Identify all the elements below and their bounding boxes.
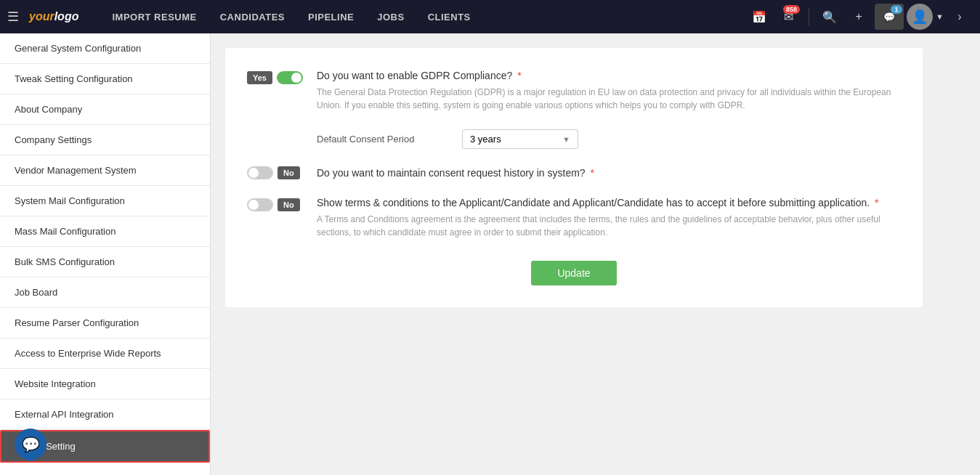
- nav-import-resume[interactable]: IMPORT RESUME: [100, 0, 208, 33]
- update-button[interactable]: Update: [531, 261, 616, 285]
- consent-history-no-label: No: [278, 166, 300, 179]
- mail-icon[interactable]: ✉ 858: [775, 4, 801, 30]
- profile-chevron-icon[interactable]: ▼: [936, 12, 944, 21]
- chat-bubble-button[interactable]: 💬: [15, 429, 46, 460]
- sidebar-item-resume-parser[interactable]: Resume Parser Configuration: [0, 308, 210, 338]
- gdpr-toggle-yes-label: Yes: [247, 71, 272, 84]
- main-content: Yes Do you want to enable GDPR Complianc…: [211, 33, 980, 475]
- chat-button[interactable]: 💬 1: [875, 4, 904, 30]
- sidebar-item-general-system[interactable]: General System Configuration: [0, 33, 210, 64]
- nav-separator: [809, 8, 809, 25]
- hamburger-icon[interactable]: ☰: [7, 9, 19, 25]
- consent-period-row: Default Consent Period 3 years ▼: [247, 129, 901, 149]
- nav-jobs[interactable]: JOBS: [365, 0, 416, 33]
- consent-period-chevron-icon: ▼: [562, 135, 570, 144]
- gdpr-compliance-row: Yes Do you want to enable GDPR Complianc…: [247, 70, 901, 112]
- gdpr-compliance-toggle[interactable]: [277, 71, 303, 84]
- terms-toggle[interactable]: [247, 198, 273, 211]
- add-icon[interactable]: +: [846, 4, 872, 30]
- logo: yourlogo: [29, 10, 78, 23]
- consent-period-label: Default Consent Period: [317, 134, 448, 145]
- terms-toggle-area: No: [247, 197, 305, 211]
- consent-history-question: Do you want to maintain consent request …: [317, 167, 594, 179]
- gdpr-toggle-knob: [291, 73, 301, 83]
- terms-question-label: Show terms & conditions to the Applicant…: [317, 197, 901, 208]
- terms-toggle-knob: [248, 200, 259, 210]
- search-icon[interactable]: 🔍: [817, 4, 843, 30]
- consent-period-value: 3 years: [470, 134, 501, 145]
- nav-clients[interactable]: CLIENTS: [416, 0, 482, 33]
- sidebar-item-system-mail[interactable]: System Mail Configuration: [0, 186, 210, 216]
- sidebar: General System Configuration Tweak Setti…: [0, 33, 211, 475]
- consent-history-toggle[interactable]: [247, 166, 273, 179]
- terms-text: Show terms & conditions to the Applicant…: [317, 197, 901, 239]
- gdpr-card: Yes Do you want to enable GDPR Complianc…: [225, 48, 923, 307]
- gdpr-toggle-area: Yes: [247, 70, 305, 84]
- sidebar-item-bulk-sms[interactable]: Bulk SMS Configuration: [0, 247, 210, 277]
- collapse-icon[interactable]: ›: [947, 4, 973, 30]
- consent-history-row: No Do you want to maintain consent reque…: [247, 166, 901, 179]
- calendar-icon[interactable]: 📅: [746, 4, 772, 30]
- sidebar-item-website-integration[interactable]: Website Integration: [0, 369, 210, 399]
- mail-badge: 858: [783, 5, 800, 14]
- terms-required-star: *: [875, 197, 878, 208]
- nav-pipeline[interactable]: PIPELINE: [296, 0, 365, 33]
- consent-history-knob: [248, 168, 259, 178]
- sidebar-item-about-company[interactable]: About Company: [0, 94, 210, 125]
- consent-history-required-star: *: [591, 167, 594, 179]
- avatar[interactable]: 👤: [907, 4, 933, 30]
- nav-right: 📅 ✉ 858 🔍 + 💬 1 👤 ▼ ›: [746, 4, 973, 30]
- gdpr-required-star: *: [517, 70, 521, 81]
- sidebar-item-mass-mail[interactable]: Mass Mail Configuration: [0, 216, 210, 247]
- gdpr-compliance-text: Do you want to enable GDPR Compliance? *…: [317, 70, 901, 112]
- top-navigation: ☰ yourlogo IMPORT RESUME CANDIDATES PIPE…: [0, 0, 980, 33]
- chat-badge: 1: [891, 5, 902, 14]
- page-layout: General System Configuration Tweak Setti…: [0, 33, 980, 475]
- nav-menu: IMPORT RESUME CANDIDATES PIPELINE JOBS C…: [100, 0, 746, 33]
- sidebar-item-external-api[interactable]: External API Integration: [0, 399, 210, 430]
- consent-history-toggle-area: No: [247, 166, 305, 179]
- sidebar-item-company-settings[interactable]: Company Settings: [0, 125, 210, 155]
- update-btn-row: Update: [247, 261, 901, 285]
- terms-no-label: No: [278, 198, 300, 211]
- consent-period-select[interactable]: 3 years ▼: [462, 129, 578, 149]
- gdpr-description: The General Data Protection Regulation (…: [317, 86, 901, 112]
- terms-description: A Terms and Conditions agreement is the …: [317, 213, 901, 239]
- terms-row: No Show terms & conditions to the Applic…: [247, 197, 901, 239]
- sidebar-item-job-board[interactable]: Job Board: [0, 277, 210, 308]
- sidebar-item-enterprise-reports[interactable]: Access to Enterprise Wide Reports: [0, 338, 210, 369]
- sidebar-item-vendor-management[interactable]: Vendor Management System: [0, 155, 210, 186]
- sidebar-item-tweak-setting[interactable]: Tweak Setting Configuration: [0, 64, 210, 94]
- gdpr-question-label: Do you want to enable GDPR Compliance? *: [317, 70, 901, 81]
- nav-candidates[interactable]: CANDIDATES: [208, 0, 296, 33]
